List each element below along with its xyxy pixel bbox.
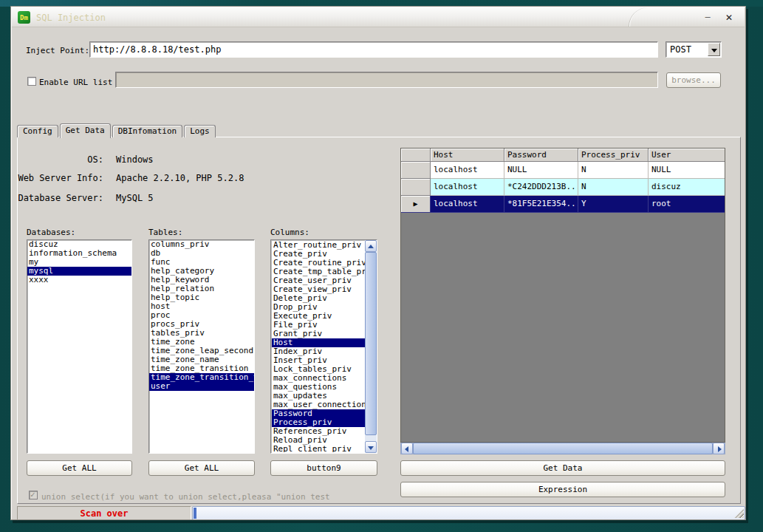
- list-item[interactable]: References_priv: [272, 427, 365, 436]
- list-item[interactable]: Process_priv: [272, 418, 365, 427]
- scroll-up-button[interactable]: [365, 240, 377, 252]
- database-server-value: MySQL 5: [116, 193, 154, 203]
- grid-cell[interactable]: N: [578, 179, 649, 196]
- list-item[interactable]: Create_routine_priv: [272, 259, 365, 267]
- list-item[interactable]: time_zone_name: [149, 355, 254, 364]
- tab-dbinfomation[interactable]: DBInfomation: [112, 125, 182, 137]
- tab-config[interactable]: Config: [17, 125, 58, 137]
- databases-list[interactable]: discuzinformation_schemamymysqlxxxx: [27, 239, 132, 454]
- list-item[interactable]: tables_priv: [149, 329, 254, 338]
- row-selector[interactable]: [401, 162, 431, 179]
- union-select-checkbox[interactable]: [29, 491, 38, 499]
- list-item[interactable]: Password: [272, 409, 365, 418]
- list-item[interactable]: Create_view_priv: [272, 285, 365, 294]
- grid-cell[interactable]: localhost: [431, 196, 504, 213]
- grid-hscrollbar[interactable]: [400, 443, 725, 454]
- scroll-left-button[interactable]: [401, 443, 413, 454]
- grid-cell[interactable]: N: [578, 162, 649, 179]
- list-item[interactable]: discuz: [27, 240, 131, 249]
- list-item[interactable]: Execute_priv: [272, 312, 365, 321]
- list-item[interactable]: Host: [272, 338, 365, 347]
- list-item[interactable]: File_priv: [272, 321, 365, 330]
- list-item[interactable]: Reload_priv: [272, 436, 365, 445]
- grid-cell[interactable]: localhost: [431, 162, 504, 179]
- list-item[interactable]: mysql: [27, 267, 131, 276]
- list-item[interactable]: Insert_priv: [272, 356, 365, 365]
- expression-button[interactable]: Expression: [400, 482, 725, 497]
- grid-column-header[interactable]: Host: [431, 149, 504, 162]
- list-item[interactable]: Create_priv: [272, 250, 365, 259]
- grid-cell[interactable]: NULL: [649, 162, 725, 179]
- grid-cell[interactable]: root: [649, 196, 725, 213]
- list-item[interactable]: Delete_priv: [272, 294, 365, 303]
- dropdown-arrow-icon[interactable]: [708, 43, 720, 56]
- list-item[interactable]: max_user_connections: [272, 400, 365, 409]
- list-item[interactable]: time_zone_transition: [149, 364, 254, 373]
- list-item[interactable]: max_connections: [272, 374, 365, 383]
- get-all-tables-button[interactable]: Get ALL: [148, 460, 255, 476]
- method-dropdown[interactable]: POST: [666, 41, 722, 58]
- tables-list[interactable]: columns_privdbfunchelp_categoryhelp_keyw…: [148, 239, 255, 454]
- list-item[interactable]: Grant_priv: [272, 330, 365, 338]
- list-item[interactable]: db: [149, 249, 254, 258]
- row-selector[interactable]: [401, 179, 431, 196]
- grid-column-header[interactable]: Process_priv: [578, 149, 649, 162]
- browse-button[interactable]: browse...: [666, 72, 721, 88]
- grid-column-header[interactable]: Password: [504, 149, 578, 162]
- table-row[interactable]: localhost*C242DDD213B...Ndiscuz: [401, 179, 725, 196]
- inject-url-input[interactable]: [89, 41, 658, 58]
- scroll-right-button[interactable]: [713, 443, 725, 454]
- enable-url-list-checkbox[interactable]: [27, 77, 36, 86]
- list-item[interactable]: procs_priv: [149, 320, 254, 329]
- list-item[interactable]: Create_tmp_table_priv: [272, 267, 365, 276]
- grid-cell[interactable]: Y: [578, 196, 649, 213]
- status-message: Scan over: [17, 506, 191, 520]
- list-item[interactable]: time_zone_transition_ty: [149, 373, 254, 382]
- list-item[interactable]: time_zone_leap_second: [149, 347, 254, 355]
- list-item[interactable]: Drop_priv: [272, 303, 365, 312]
- list-item[interactable]: max_questions: [272, 383, 365, 392]
- minimize-button[interactable]: —: [700, 12, 715, 24]
- grid-column-header[interactable]: User: [649, 149, 725, 162]
- grid-cell[interactable]: discuz: [649, 179, 725, 196]
- grid-cell[interactable]: *81F5E21E354...: [504, 196, 578, 213]
- grid-cell[interactable]: NULL: [504, 162, 578, 179]
- row-selector[interactable]: ▶: [401, 196, 431, 213]
- titlebar[interactable]: Dm SQL Injection — ✕: [12, 7, 745, 27]
- list-item[interactable]: proc: [149, 311, 254, 320]
- table-row[interactable]: localhostNULLNNULL: [401, 162, 725, 179]
- grid-cell[interactable]: localhost: [431, 179, 504, 196]
- columns-scrollbar[interactable]: [365, 240, 377, 453]
- scrollbar-thumb[interactable]: [365, 252, 377, 435]
- list-item[interactable]: help_category: [149, 267, 254, 276]
- list-item[interactable]: Index_priv: [272, 347, 365, 356]
- list-item[interactable]: my: [27, 258, 131, 267]
- list-item[interactable]: columns_priv: [149, 240, 254, 249]
- arrow-down-icon: [368, 446, 374, 450]
- list-item[interactable]: help_keyword: [149, 276, 254, 284]
- list-item[interactable]: help_relation: [149, 284, 254, 293]
- list-item[interactable]: Lock_tables_priv: [272, 365, 365, 374]
- close-button[interactable]: ✕: [721, 10, 737, 24]
- list-item[interactable]: host: [149, 302, 254, 311]
- table-row[interactable]: ▶localhost*81F5E21E354...Yroot: [401, 196, 725, 213]
- list-item[interactable]: Repl_client_priv: [272, 445, 365, 452]
- list-item[interactable]: user: [149, 382, 254, 391]
- list-item[interactable]: func: [149, 258, 254, 267]
- tab-logs[interactable]: Logs: [184, 125, 216, 137]
- list-item[interactable]: max_updates: [272, 392, 365, 400]
- list-item[interactable]: Create_user_priv: [272, 276, 365, 285]
- tab-get-data[interactable]: Get Data: [60, 123, 111, 138]
- scroll-down-button[interactable]: [365, 441, 377, 453]
- list-item[interactable]: information_schema: [27, 249, 131, 258]
- list-item[interactable]: help_topic: [149, 293, 254, 302]
- grid-cell[interactable]: *C242DDD213B...: [504, 179, 578, 196]
- get-all-databases-button[interactable]: Get ALL: [27, 460, 132, 476]
- get-data-button[interactable]: Get Data: [400, 460, 725, 476]
- button9[interactable]: button9: [270, 460, 377, 476]
- list-item[interactable]: xxxx: [27, 276, 131, 284]
- hscrollbar-thumb[interactable]: [413, 443, 713, 454]
- list-item[interactable]: Alter_routine_priv: [272, 241, 365, 250]
- columns-list[interactable]: Alter_routine_privCreate_privCreate_rout…: [272, 241, 365, 452]
- list-item[interactable]: time_zone: [149, 338, 254, 347]
